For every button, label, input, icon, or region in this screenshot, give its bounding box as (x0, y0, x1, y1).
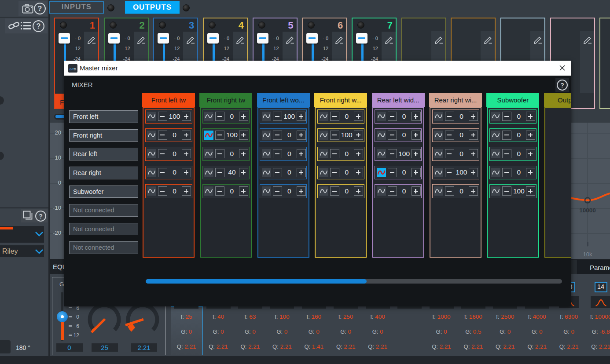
svg-text:?: ? (560, 82, 564, 89)
svg-text:?: ? (38, 5, 42, 12)
svg-text:?: ? (39, 213, 43, 220)
svg-text:?: ? (36, 22, 40, 30)
